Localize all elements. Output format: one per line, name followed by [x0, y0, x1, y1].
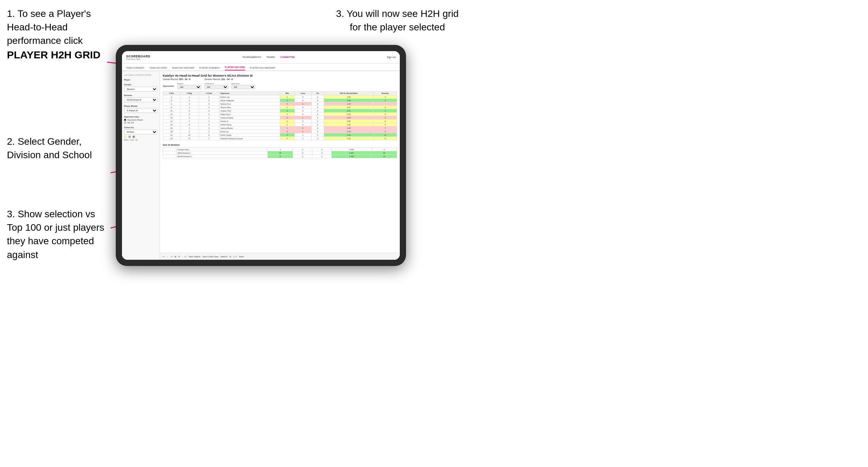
filter-opponent-select[interactable]: (All) — [231, 85, 255, 89]
opponents-label: Opponents: — [163, 85, 174, 87]
col-rounds: Rounds — [374, 92, 397, 95]
col-conf: # Conf — [199, 92, 219, 95]
top-nav: SCOREBOARD Powered by clippd TOURNAMENTS… — [122, 51, 400, 64]
table-row: 1474Eunice Yi2200.389 — [163, 120, 397, 123]
sub-nav: TEAM SUMMARY TEAM H2H GRID TEAM H2H HEAT… — [122, 64, 400, 71]
sidebar-timestamp: Last Updated: 27/03/2024 16:55:38 — [124, 74, 158, 76]
filter-row: Opponents: Region (All) Conference (All)… — [163, 83, 397, 89]
division-record: Division Record: 331 - 34 - 6 — [204, 78, 233, 80]
sidebar-player-section: Player — [124, 79, 158, 81]
grid-records: Overall Record: 353 - 34 - 6 Division Re… — [163, 78, 397, 80]
colour-dots — [124, 135, 158, 138]
footer-undo[interactable]: ↩ — [163, 256, 164, 258]
sidebar-player-rank-select[interactable]: 8. Katelyn Vo — [124, 108, 158, 113]
footer-back[interactable]: ← — [167, 256, 169, 258]
logo-sub: Powered by clippd — [126, 58, 150, 60]
col-diff: Diff Av Strokes/Rnd — [324, 92, 374, 95]
sub-nav-player-h2h-heatmap[interactable]: PLAYER H2H HEATMAP — [250, 67, 275, 70]
sidebar-player-label: Player — [124, 79, 158, 81]
sidebar-gender-section: Gender Women's — [124, 84, 158, 92]
col-tie: Tie — [311, 92, 324, 95]
col-loss: Loss — [294, 92, 311, 95]
footer-fullscreen[interactable]: ↙↗ — [233, 256, 237, 258]
footer-view-original[interactable]: View: Original — [189, 256, 200, 258]
table-row: 20117Federica Domecq Lacroze2101.336 — [163, 137, 397, 140]
footer-bar: ↩ ← ↪ ⊞ ⟳ · ⏱ View: Original Save Custom… — [160, 253, 400, 260]
footer-grid[interactable]: ⊞ — [174, 256, 176, 258]
nav-tournaments[interactable]: TOURNAMENTS — [242, 56, 261, 58]
h2h-table: # Div # Reg # Conf Opponent Win Loss Tie… — [163, 91, 397, 140]
sidebar-colour-label: Colour by — [124, 126, 158, 128]
logo-area: SCOREBOARD Powered by clippd — [126, 55, 150, 60]
colour-dot-up — [132, 135, 135, 138]
footer-redo[interactable]: ↪ — [171, 256, 172, 258]
nav-committee[interactable]: COMMITTEE — [280, 56, 295, 58]
grid-title: Katelyn Vo Head-to-Head Grid for Women's… — [163, 74, 397, 77]
col-reg: # Reg — [180, 92, 199, 95]
sidebar: Last Updated: 27/03/2024 16:55:38 Player… — [122, 71, 160, 260]
out-of-division-table: Foreign Team1004.5002NAIA Division 11500… — [163, 147, 397, 158]
sub-nav-player-h2h-grid[interactable]: PLAYER H2H GRID — [225, 66, 245, 70]
sub-nav-team-h2h-grid[interactable]: TEAM H2H GRID — [149, 67, 167, 70]
table-row: 1125Heejo Hyun1003.333 — [163, 113, 397, 116]
colour-labels: Down Level Up — [124, 139, 158, 141]
table-row: 522Alexis Sudjianto1004.003 — [163, 99, 397, 102]
footer-clock[interactable]: ⏱ — [185, 256, 187, 258]
sub-nav-player-summary[interactable]: PLAYER SUMMARY — [199, 67, 220, 70]
table-row: 914Sharon Mun1003.673 — [163, 106, 397, 109]
sidebar-opponent-view-label: Opponent view — [124, 116, 158, 118]
sidebar-gender-select[interactable]: Women's — [124, 87, 158, 92]
footer-share[interactable]: Share — [239, 256, 244, 258]
overall-record: Overall Record: 353 - 34 - 6 — [163, 78, 190, 80]
sidebar-division-select[interactable]: NCAA Division III — [124, 97, 158, 102]
filter-conference-select[interactable]: (All) — [204, 85, 228, 89]
sidebar-colour-section: Colour by Win/loss Down Level Up — [124, 126, 158, 141]
footer-layout[interactable]: ⊡ — [229, 256, 231, 258]
sidebar-colour-select[interactable]: Win/loss — [124, 130, 158, 134]
instruction-3-top: 3. You will now see H2H grid for the pla… — [311, 7, 484, 34]
sub-nav-team-h2h-heatmap[interactable]: TEAM H2H HEATMAP — [172, 67, 195, 70]
sidebar-division-section: Division NCAA Division III — [124, 94, 158, 102]
footer-watch[interactable]: Watch ▾ — [220, 256, 227, 258]
table-row: 1311Jessica Huang010-3.002 — [163, 116, 397, 120]
tablet-screen: SCOREBOARD Powered by clippd TOURNAMENTS… — [122, 51, 400, 260]
sidebar-player-rank-label: Player (Rank) — [124, 105, 158, 107]
table-row: 1585Stella Cheng1001.254 — [163, 123, 397, 126]
out-of-division-label: Out of division — [163, 144, 397, 146]
colour-dot-down — [124, 135, 127, 138]
filter-region-select[interactable]: (All) — [177, 85, 201, 89]
footer-undoredo[interactable]: ⟳ — [178, 256, 180, 258]
filter-conference: Conference (All) — [204, 83, 228, 89]
instruction-2: 2. Select Gender, Division and School — [7, 135, 107, 162]
table-row: 19106Emily Chang4100.3011 — [163, 133, 397, 137]
table-row: 311Esther Lee1001.504 — [163, 95, 397, 99]
table-row: 633Sydney Kuo010-1.00 — [163, 102, 397, 106]
instruction-3-left: 3. Show selection vs Top 100 or just pla… — [7, 207, 107, 261]
logo-text: SCOREBOARD — [126, 55, 150, 58]
table-row: 1822Euna Lee010-5.002 — [163, 130, 397, 133]
sidebar-gender-label: Gender — [124, 84, 158, 86]
sidebar-division-label: Division — [124, 94, 158, 96]
table-row: 1063Andrea York2004.004 — [163, 109, 397, 113]
col-div: # Div — [163, 92, 180, 95]
grid-area: Katelyn Vo Head-to-Head Grid for Women's… — [160, 71, 400, 260]
radio-dot-opponents — [124, 119, 126, 121]
radio-top100[interactable]: Top 100 — [124, 122, 158, 124]
footer-dot[interactable]: · — [182, 256, 183, 258]
table-row: NCAA Division 25007.40010 — [163, 155, 397, 158]
footer-save-custom[interactable]: Save Custom View — [202, 256, 218, 258]
tablet-device: SCOREBOARD Powered by clippd TOURNAMENTS… — [116, 45, 406, 266]
sidebar-player-rank-section: Player (Rank) 8. Katelyn Vo — [124, 105, 158, 113]
nav-links: TOURNAMENTS TEAMS COMMITTEE — [242, 56, 295, 58]
nav-teams[interactable]: TEAMS — [266, 56, 275, 58]
radio-opponents-played[interactable]: Opponents Played — [124, 119, 158, 121]
sidebar-opponent-view: Opponent view Opponents Played Top 100 — [124, 116, 158, 124]
radio-group: Opponents Played Top 100 — [124, 119, 158, 124]
filter-region: Region (All) — [177, 83, 201, 89]
colour-dot-level — [128, 135, 131, 138]
instruction-1: 1. To see a Player's Head-to-Head perfor… — [7, 7, 107, 62]
nav-sign-out[interactable]: Sign out — [387, 56, 396, 58]
table-row: 1613Jessica Mason120-0.947 — [163, 126, 397, 130]
filter-opponent: Opponent (All) — [231, 83, 255, 89]
sub-nav-team-summary[interactable]: TEAM SUMMARY — [126, 67, 144, 70]
